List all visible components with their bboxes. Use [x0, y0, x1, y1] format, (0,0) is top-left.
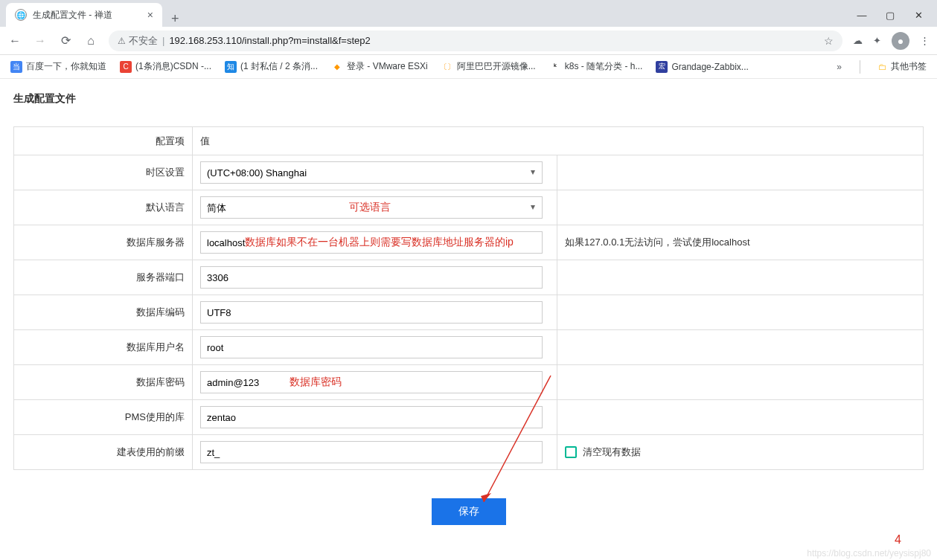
dbname-input[interactable] — [200, 406, 543, 428]
back-button[interactable]: ← — [7, 34, 22, 48]
header-value: 值 — [193, 127, 924, 155]
bookmark-aliyun[interactable]: 〔〕阿里巴巴开源镜像... — [441, 60, 536, 73]
bookmark-baidu[interactable]: 当百度一下，你就知道 — [10, 60, 106, 73]
label-encoding: 数据库编码 — [14, 295, 193, 330]
bookmark-icon: 当 — [10, 61, 22, 73]
folder-icon: 🗀 — [878, 62, 887, 72]
close-window-button[interactable]: ✕ — [913, 10, 924, 21]
extension-icons: ☁ ✦ ● ⋮ — [853, 32, 930, 50]
page-content: 生成配置文件 配置项 值 时区设置 (UTC+08:00) Shanghai 默… — [0, 79, 937, 546]
port-input[interactable] — [200, 266, 543, 289]
url-text: 192.168.253.110/install.php?m=install&f=… — [169, 35, 370, 46]
bookmark-k8s[interactable]: ᵏk8s - 随笔分类 - h... — [549, 60, 643, 73]
address-bar[interactable]: 不安全 | 192.168.253.110/install.php?m=inst… — [109, 30, 842, 51]
label-dbuser: 数据库用户名 — [14, 330, 193, 365]
row-port: 服务器端口 — [14, 260, 924, 295]
bookmark-vmware[interactable]: ◆登录 - VMware ESXi — [331, 60, 428, 73]
header-item: 配置项 — [14, 127, 193, 155]
dbpass-input[interactable] — [200, 371, 543, 393]
prefix-input[interactable] — [200, 441, 543, 463]
page-number: 4 — [895, 533, 901, 546]
insecure-label: 不安全 — [118, 34, 158, 48]
new-tab-button[interactable]: + — [162, 11, 188, 27]
row-dbname: PMS使用的库 — [14, 400, 924, 435]
table-header-row: 配置项 值 — [14, 127, 924, 155]
bookmark-icon: 知 — [225, 61, 237, 73]
menu-dots-icon[interactable]: ⋮ — [920, 35, 930, 46]
maximize-button[interactable]: ▢ — [885, 10, 895, 21]
config-table: 配置项 值 时区设置 (UTC+08:00) Shanghai 默认语言 简体 … — [13, 126, 924, 470]
bookmark-zhihu[interactable]: 知(1 封私信 / 2 条消... — [225, 60, 318, 73]
dbhost-input[interactable] — [200, 231, 543, 254]
timezone-select[interactable]: (UTC+08:00) Shanghai — [200, 161, 543, 184]
minimize-button[interactable]: — — [857, 10, 867, 21]
home-button[interactable]: ⌂ — [83, 34, 98, 48]
label-port: 服务器端口 — [14, 260, 193, 295]
save-button[interactable]: 保存 — [432, 498, 506, 525]
bookmark-icon: ◆ — [331, 61, 343, 73]
clear-data-label: 清空现有数据 — [583, 445, 641, 459]
row-prefix: 建表使用的前缀 清空现有数据 — [14, 435, 924, 470]
dbuser-input[interactable] — [200, 336, 543, 358]
browser-tab-strip: 🌐 生成配置文件 - 禅道 × + — ▢ ✕ — [0, 0, 937, 27]
label-dbname: PMS使用的库 — [14, 400, 193, 435]
language-select[interactable]: 简体 — [200, 196, 543, 219]
bookmark-icon: 〔〕 — [441, 61, 453, 73]
globe-icon: 🌐 — [15, 9, 27, 21]
tab-close-icon[interactable]: × — [147, 9, 153, 21]
label-timezone: 时区设置 — [14, 155, 193, 190]
browser-tab-active[interactable]: 🌐 生成配置文件 - 禅道 × — [6, 3, 162, 27]
forward-button: → — [33, 34, 48, 48]
bookmark-icon: 宏 — [656, 61, 668, 73]
bookmark-icon: ᵏ — [549, 61, 561, 73]
row-dbuser: 数据库用户名 — [14, 330, 924, 365]
bookmark-star-icon[interactable]: ☆ — [824, 35, 834, 47]
other-bookmarks[interactable]: 🗀其他书签 — [878, 60, 927, 73]
save-row: 保存 — [13, 470, 924, 532]
bookmarks-separator — [860, 60, 860, 74]
label-dbhost: 数据库服务器 — [14, 225, 193, 260]
row-timezone: 时区设置 (UTC+08:00) Shanghai — [14, 155, 924, 190]
bookmark-icon: C — [120, 61, 132, 73]
tab-title: 生成配置文件 - 禅道 — [33, 9, 141, 22]
window-controls: — ▢ ✕ — [857, 10, 937, 27]
label-prefix: 建表使用的前缀 — [14, 435, 193, 470]
label-dbpass: 数据库密码 — [14, 365, 193, 400]
extension-cloud-icon[interactable]: ☁ — [853, 35, 863, 46]
browser-toolbar: ← → ⟳ ⌂ 不安全 | 192.168.253.110/install.ph… — [0, 27, 937, 55]
extension-puzzle-icon[interactable]: ✦ — [873, 35, 881, 46]
label-language: 默认语言 — [14, 190, 193, 225]
clear-data-checkbox[interactable] — [565, 446, 577, 458]
bookmark-zabbix[interactable]: 宏Grandage-Zabbix... — [656, 61, 748, 73]
reload-button[interactable]: ⟳ — [58, 33, 73, 48]
encoding-input[interactable] — [200, 301, 543, 324]
addr-separator: | — [162, 35, 164, 46]
profile-avatar-icon[interactable]: ● — [892, 32, 909, 50]
page-title: 生成配置文件 — [13, 92, 924, 106]
bookmarks-overflow[interactable]: » — [837, 62, 842, 72]
row-dbpass: 数据库密码 数据库密码 — [14, 365, 924, 400]
row-dbhost: 数据库服务器 数据库如果不在一台机器上则需要写数据库地址服务器的ip 如果127… — [14, 225, 924, 260]
row-language: 默认语言 简体 可选语言 — [14, 190, 924, 225]
bookmarks-bar: 当百度一下，你就知道 C(1条消息)CSDN -... 知(1 封私信 / 2 … — [0, 55, 937, 79]
clear-data-checkbox-wrap[interactable]: 清空现有数据 — [565, 445, 915, 459]
bookmark-csdn[interactable]: C(1条消息)CSDN -... — [120, 60, 211, 73]
hint-dbhost: 如果127.0.0.1无法访问，尝试使用localhost — [557, 225, 924, 260]
row-encoding: 数据库编码 — [14, 295, 924, 330]
